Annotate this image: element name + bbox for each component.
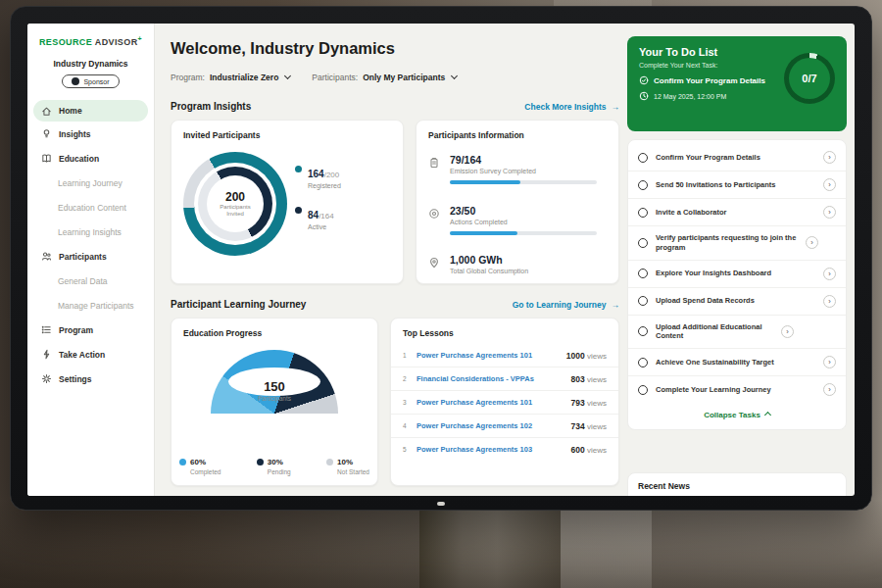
participants-select-label: Participants: (312, 73, 358, 82)
sponsor-label: Sponsor (83, 78, 109, 85)
program-select-label: Program: (171, 73, 205, 82)
donut-center: 200 Participants Invited (209, 177, 262, 230)
task-label: Verify participants requesting to join t… (656, 233, 798, 253)
stat-value: 23/50 (450, 205, 607, 217)
target-icon (428, 206, 440, 223)
task-checkbox[interactable] (638, 180, 648, 190)
legend-item-registered: 164/200 Registered (295, 164, 341, 189)
lesson-row[interactable]: 5 Power Purchase Agreements 103 600 view… (391, 438, 618, 461)
task-row[interactable]: Verify participants requesting to join t… (628, 226, 846, 261)
task-checkbox[interactable] (638, 153, 648, 163)
gauge-legend: 60% Completed 30% Pending 10% Not Starte… (179, 458, 369, 475)
lesson-rank: 2 (403, 375, 416, 382)
logo-advisor: ADVISOR (95, 37, 138, 47)
participants-select-value: Only My Participants (363, 73, 445, 82)
chevron-right-icon[interactable] (823, 356, 836, 368)
top-lessons-card: Top Lessons 1 Power Purchase Agreements … (390, 318, 619, 486)
card-title: Participants Information (416, 121, 618, 140)
lesson-row[interactable]: 2 Financial Considerations - VPPAs 803 v… (391, 368, 618, 391)
task-row[interactable]: Achieve One Sustainability Target (628, 349, 846, 376)
dashboard-screen: RESOURCE ADVISOR+ Industry Dynamics Spon… (27, 24, 855, 496)
lesson-title-link[interactable]: Power Purchase Agreements 102 (416, 421, 571, 430)
task-checkbox[interactable] (638, 326, 648, 336)
task-label: Complete Your Learning Journey (656, 385, 815, 395)
sidebar-item-general-data[interactable]: General Data (27, 269, 154, 293)
chevron-right-icon[interactable] (823, 268, 836, 280)
sidebar-item-home[interactable]: Home (33, 100, 148, 122)
lesson-views-value: 1000 (566, 351, 585, 361)
lesson-views-label: views (587, 422, 607, 431)
task-checkbox[interactable] (638, 385, 648, 395)
lesson-title-link[interactable]: Power Purchase Agreements 101 (416, 351, 566, 360)
task-label: Achieve One Sustainability Target (656, 358, 815, 368)
sponsor-badge[interactable]: Sponsor (62, 74, 119, 88)
task-checkbox[interactable] (638, 238, 648, 248)
task-row[interactable]: Confirm Your Program Details (628, 144, 846, 172)
legend-label: Not Started (326, 468, 369, 475)
lesson-views-label: views (587, 446, 607, 455)
app-logo: RESOURCE ADVISOR+ (27, 24, 154, 47)
sidebar-item-participants[interactable]: Participants (27, 244, 154, 269)
sidebar-item-label: Take Action (59, 350, 105, 360)
sidebar-nav: Home Insights Education Learning Journey… (27, 100, 154, 391)
stat-actions-completed: 23/50 Actions Completed (428, 205, 607, 235)
chevron-right-icon[interactable] (823, 151, 836, 164)
task-label: Upload Spend Data Records (656, 296, 815, 306)
task-row[interactable]: Send 50 Invitations to Participants (628, 172, 846, 199)
legend-total: /164 (318, 212, 334, 220)
chevron-right-icon[interactable] (823, 295, 836, 308)
sidebar-item-program[interactable]: Program (27, 318, 154, 342)
chevron-right-icon[interactable] (781, 325, 794, 338)
lesson-views-label: views (587, 375, 607, 384)
todo-next-task-label: Confirm Your Program Details (654, 76, 765, 85)
sidebar-item-learning-journey[interactable]: Learning Journey (27, 171, 154, 195)
chevron-up-icon (764, 412, 771, 418)
participants-select[interactable]: Participants: Only My Participants (312, 73, 457, 82)
chevron-right-icon[interactable] (806, 236, 818, 249)
lesson-row[interactable]: 3 Power Purchase Agreements 101 793 view… (391, 391, 618, 415)
sidebar-item-education-content[interactable]: Education Content (27, 195, 154, 220)
legend-label: Active (308, 223, 334, 230)
program-select[interactable]: Program: Industrialize Zero (171, 73, 290, 82)
lesson-row[interactable]: 4 Power Purchase Agreements 102 734 view… (391, 415, 618, 438)
sidebar-item-learning-insights[interactable]: Learning Insights (27, 220, 154, 244)
clock-icon (639, 91, 649, 101)
task-row[interactable]: Complete Your Learning Journey (628, 376, 846, 403)
lesson-row[interactable]: 1 Power Purchase Agreements 101 1000 vie… (391, 344, 618, 368)
gauge-center-value: 150 (172, 379, 377, 394)
location-pin-icon (428, 255, 440, 272)
sidebar-item-label: Manage Participants (58, 301, 134, 311)
stat-global-consumption: 1,000 GWh Total Global Consumption (428, 254, 607, 274)
lesson-title-link[interactable]: Power Purchase Agreements 101 (416, 398, 571, 407)
go-to-learning-journey-link[interactable]: Go to Learning Journey (513, 300, 619, 310)
task-checkbox[interactable] (638, 358, 648, 368)
donut-center-value: 200 (225, 190, 245, 204)
program-insights-header: Program Insights Check More Insights (171, 101, 619, 112)
sidebar-item-insights[interactable]: Insights (27, 122, 154, 146)
task-row[interactable]: Upload Additional Educational Content (628, 316, 846, 350)
lesson-views-value: 803 (571, 374, 585, 384)
legend-total: /200 (324, 171, 340, 179)
task-checkbox[interactable] (638, 208, 648, 218)
collapse-tasks-button[interactable]: Collapse Tasks (628, 403, 846, 425)
sidebar-item-take-action[interactable]: Take Action (27, 342, 154, 367)
check-more-insights-link[interactable]: Check More Insights (524, 102, 619, 112)
page-title: Welcome, Industry Dynamics (171, 39, 395, 58)
org-name: Industry Dynamics (27, 59, 154, 69)
sidebar-item-settings[interactable]: Settings (27, 367, 154, 391)
chevron-right-icon[interactable] (823, 383, 836, 396)
sidebar-item-education[interactable]: Education (27, 146, 154, 171)
task-row[interactable]: Invite a Collaborator (628, 199, 846, 226)
task-row[interactable]: Explore Your Insights Dashboard (628, 261, 846, 288)
task-row[interactable]: Upload Spend Data Records (628, 288, 846, 316)
sidebar-item-label: Settings (59, 374, 92, 384)
lesson-title-link[interactable]: Financial Considerations - VPPAs (416, 374, 571, 383)
chevron-right-icon[interactable] (823, 178, 836, 191)
section-title: Participant Learning Journey (171, 299, 306, 310)
stat-label: Actions Completed (450, 219, 607, 225)
sidebar-item-manage-participants[interactable]: Manage Participants (27, 293, 154, 318)
chevron-right-icon[interactable] (823, 206, 836, 219)
lesson-title-link[interactable]: Power Purchase Agreements 103 (416, 445, 571, 454)
task-checkbox[interactable] (638, 296, 648, 306)
task-checkbox[interactable] (638, 269, 648, 278)
